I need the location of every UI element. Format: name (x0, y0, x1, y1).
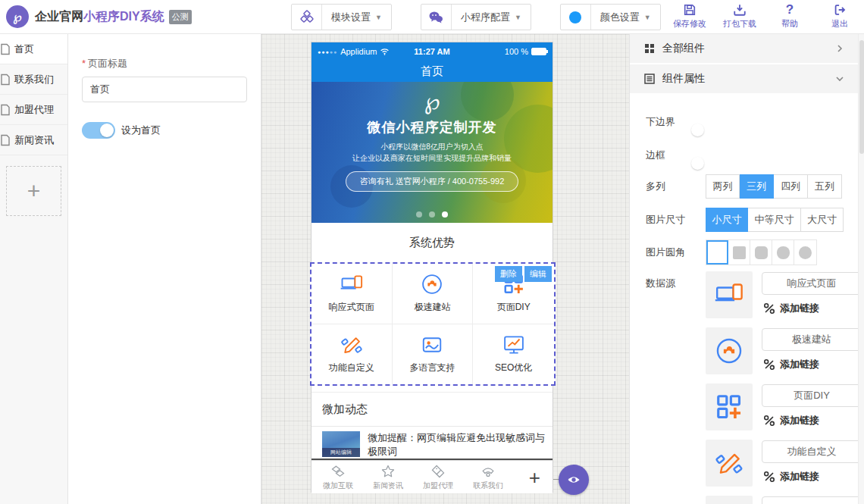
phone-icon (481, 464, 496, 479)
panel-scrollbar[interactable] (858, 34, 864, 504)
miniprogram-config-menu[interactable]: 小程序配置▼ (421, 4, 531, 30)
responsive-icon (706, 271, 753, 318)
datasource-card-partial (706, 496, 857, 504)
color-settings-menu[interactable]: 颜色设置▼ (560, 4, 661, 30)
banner-cta-button[interactable]: 咨询有礼 送官网小程序 / 400-0755-992 (346, 171, 519, 192)
grid-item-custom-features[interactable]: 功能自定义 (311, 324, 393, 385)
news-item[interactable]: 网站编辑 微加提醒：网页编辑应避免出现敏感词与极限词 (311, 427, 553, 459)
section-title-advantages: 系统优势 (311, 223, 553, 262)
star-icon (380, 464, 396, 479)
page-item-news[interactable]: 新闻资讯 (0, 125, 67, 155)
radius-option-4[interactable] (794, 240, 816, 265)
add-page-button[interactable]: + (6, 166, 61, 216)
datasource-name-input[interactable] (762, 272, 858, 295)
columns-option-2[interactable]: 两列 (706, 174, 740, 199)
set-home-toggle[interactable] (82, 122, 115, 139)
app-title-purple: 小程序DIY系统 (83, 10, 164, 23)
all-components-header[interactable]: 全部组件 (630, 34, 858, 64)
page-title-input[interactable] (82, 77, 247, 102)
page-icon (0, 43, 11, 55)
miniprogram-config-label: 小程序配置 (461, 11, 510, 24)
modules-icon (292, 5, 322, 30)
banner-carousel[interactable]: ℘ 微信小程序定制开发 小程序以微信8亿用户为切入点 让企业以及商家在短时间里实… (311, 82, 553, 223)
color-dot-icon (561, 5, 591, 30)
tab-agent[interactable]: 加盟代理 (415, 464, 462, 491)
phone-status-bar: ●●●●● Applidium 11:27 AM 100 % (311, 42, 553, 61)
grid-item-seo[interactable]: SEO优化 (473, 324, 554, 385)
columns-option-3[interactable]: 三列 (740, 174, 774, 199)
puzzle-icon (706, 327, 753, 374)
phone-preview: ●●●●● Applidium 11:27 AM 100 % 首页 ℘ 微信小程… (311, 42, 553, 493)
save-button[interactable]: 保存修改 (670, 3, 709, 30)
page-diy-icon (706, 383, 753, 430)
datasource-card-page-diy: 添加链接 (706, 383, 857, 430)
carousel-dots[interactable] (311, 211, 553, 218)
image-size-small[interactable]: 小尺寸 (706, 208, 748, 232)
component-properties-header[interactable]: 组件属性 (630, 64, 858, 95)
chevron-down-icon: ▼ (515, 14, 521, 21)
delete-component-button[interactable]: 删除 (495, 266, 522, 282)
tab-contact[interactable]: 联系我们 (465, 464, 512, 491)
radius-option-2[interactable] (750, 240, 772, 265)
datasource-name-input[interactable] (762, 440, 858, 463)
save-icon (683, 3, 697, 17)
tab-weijia[interactable]: 微加互联 (315, 464, 362, 491)
package-download-button[interactable]: 打包下载 (720, 3, 759, 30)
exit-button[interactable]: 退出 (820, 3, 859, 30)
edit-component-button[interactable]: 编辑 (524, 266, 552, 282)
grid-item-multilanguage[interactable]: 多语言支持 (393, 324, 474, 385)
datasource-name-input[interactable] (762, 328, 858, 351)
selected-grid-component[interactable]: 删除 编辑 响应式页面 极速建站 页面DIY 功能自定义 (310, 262, 556, 386)
datasource-thumb (706, 496, 753, 504)
add-link-button[interactable]: 添加链接 (763, 302, 819, 315)
link-icon (763, 302, 775, 315)
grid-item-responsive[interactable]: 响应式页面 (311, 264, 393, 324)
page-icon (0, 134, 11, 146)
module-settings-label: 模块设置 (331, 11, 371, 24)
page-item-home[interactable]: 首页 (0, 34, 67, 64)
gem-icon (330, 464, 346, 479)
link-icon (763, 415, 775, 427)
page-item-contact[interactable]: 联系我们 (0, 64, 67, 95)
help-button[interactable]: ? 帮助 (770, 3, 809, 30)
module-settings-menu[interactable]: 模块设置▼ (291, 4, 392, 30)
battery-icon (531, 48, 546, 55)
columns-label: 多列 (646, 180, 665, 193)
section-title-news: 微加动态 (311, 392, 553, 427)
image-size-label: 图片尺寸 (646, 213, 685, 227)
brand: ℘ 企业官网小程序DIY系统 公测 (6, 5, 192, 28)
add-tab-button[interactable]: + (529, 468, 540, 487)
chevron-down-icon: ▼ (644, 14, 651, 21)
add-link-button[interactable]: 添加链接 (763, 414, 819, 427)
columns-option-4[interactable]: 四列 (774, 174, 808, 199)
image-size-medium[interactable]: 中等尺寸 (748, 208, 801, 232)
required-mark: * (82, 58, 86, 69)
image-size-large[interactable]: 大尺寸 (801, 208, 844, 232)
radius-option-3[interactable] (772, 240, 794, 265)
image-radius-group (706, 239, 817, 265)
radius-option-0[interactable] (706, 240, 728, 265)
news-title: 微加提醒：网页编辑应避免出现敏感词与极限词 (368, 431, 545, 459)
pencil-icon (706, 440, 753, 487)
add-link-button[interactable]: 添加链接 (763, 358, 819, 371)
add-link-button[interactable]: 添加链接 (763, 470, 819, 484)
border-label: 边框 (646, 149, 665, 162)
datasource-name-input[interactable] (762, 384, 858, 407)
wechat-icon (421, 5, 452, 30)
chevron-down-icon: ▼ (375, 14, 382, 21)
preview-eye-button[interactable] (559, 465, 589, 495)
scrollbar-thumb[interactable] (859, 40, 864, 154)
banner-logo-icon: ℘ (311, 89, 553, 114)
datasource-card-fast-build: 添加链接 (706, 327, 857, 374)
datasource-name-input[interactable] (762, 496, 858, 504)
help-icon: ? (786, 3, 794, 17)
exit-icon (833, 3, 847, 17)
app-title-black: 企业官网 (35, 10, 83, 23)
tab-news[interactable]: 新闻资讯 (365, 464, 412, 491)
radius-option-1[interactable] (728, 240, 750, 265)
tags-icon (430, 464, 446, 479)
page-item-agent[interactable]: 加盟代理 (0, 95, 67, 125)
grid-item-fast-build[interactable]: 极速建站 (393, 264, 474, 324)
columns-option-5[interactable]: 五列 (808, 174, 842, 199)
app-logo-icon: ℘ (6, 5, 29, 28)
